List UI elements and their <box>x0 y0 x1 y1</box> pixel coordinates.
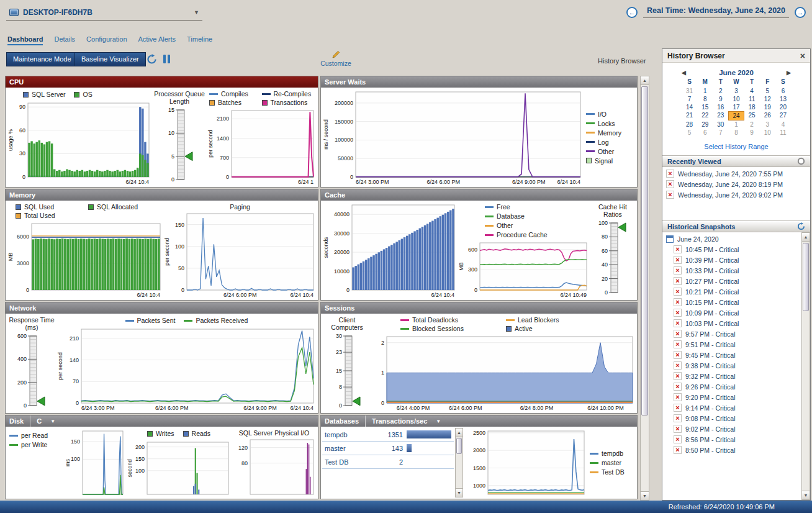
delete-icon[interactable]: × <box>674 319 682 327</box>
snapshot-item[interactable]: ×10:21 PM - Critical <box>674 286 800 297</box>
snapshot-item[interactable]: ×9:51 PM - Critical <box>674 339 800 350</box>
delete-icon[interactable]: × <box>674 340 682 348</box>
calendar-day[interactable]: 22 <box>697 111 713 120</box>
snapshots-scrollbar[interactable]: ▲ ▼ <box>801 232 810 500</box>
calendar-day[interactable]: 10 <box>728 95 744 103</box>
snapshot-item[interactable]: ×10:09 PM - Critical <box>674 307 800 318</box>
scroll-up-button[interactable]: ▲ <box>802 233 810 242</box>
snapshot-item[interactable]: ×9:32 PM - Critical <box>674 371 800 381</box>
snapshot-item[interactable]: ×9:45 PM - Critical <box>674 350 800 360</box>
delete-icon[interactable]: × <box>674 383 682 391</box>
databases-metric-dropdown[interactable]: Transactions/sec▼ <box>365 415 441 427</box>
scroll-thumb[interactable] <box>641 86 648 415</box>
delete-icon[interactable]: × <box>674 330 682 338</box>
baseline-visualizer-button[interactable]: Baseline Visualizer <box>74 52 146 66</box>
delete-icon[interactable]: × <box>674 425 682 433</box>
delete-icon[interactable]: × <box>674 266 682 275</box>
scroll-thumb[interactable] <box>456 438 462 454</box>
calendar-day[interactable]: 10 <box>760 129 775 137</box>
delete-icon[interactable]: × <box>674 309 682 317</box>
calendar-day[interactable]: 16 <box>713 103 728 111</box>
maintenance-mode-button[interactable]: Maintenance Mode <box>6 52 78 66</box>
database-row[interactable]: master143 <box>322 442 454 455</box>
database-row[interactable]: Test DB2 <box>322 455 454 469</box>
tab-timeline[interactable]: Timeline <box>187 35 212 45</box>
pause-icon[interactable] <box>163 54 170 63</box>
calendar-prev-button[interactable]: ◀ <box>682 70 686 76</box>
calendar-day[interactable]: 17 <box>728 103 744 111</box>
scroll-up-button[interactable]: ▲ <box>456 429 462 437</box>
calendar-day[interactable]: 4 <box>744 87 760 95</box>
calendar-day[interactable]: 3 <box>728 87 744 95</box>
delete-icon[interactable]: × <box>674 245 682 253</box>
snapshot-item[interactable]: ×10:03 PM - Critical <box>674 318 800 329</box>
calendar-day[interactable]: 23 <box>713 111 728 120</box>
calendar-day[interactable]: 21 <box>682 111 697 120</box>
close-icon[interactable]: × <box>800 52 805 60</box>
delete-icon[interactable]: × <box>666 180 674 188</box>
calendar-day[interactable]: 8 <box>728 129 744 137</box>
delete-icon[interactable]: × <box>674 372 682 380</box>
snapshot-item[interactable]: ×10:45 PM - Critical <box>674 244 800 255</box>
calendar-day[interactable]: 8 <box>697 95 713 103</box>
calendar-day[interactable]: 19 <box>760 103 775 111</box>
calendar-day[interactable]: 5 <box>682 129 697 137</box>
scroll-down-button[interactable]: ▼ <box>456 488 462 497</box>
scroll-thumb[interactable] <box>803 243 809 311</box>
calendar-day[interactable]: 24 <box>728 111 744 120</box>
server-selector[interactable]: DESKTOP-IF6DH7B ▼ <box>6 5 202 21</box>
delete-icon[interactable]: × <box>674 361 682 370</box>
delete-icon[interactable]: × <box>674 393 682 401</box>
history-browser-button[interactable]: History Browser <box>598 57 646 65</box>
snapshot-item[interactable]: ×8:56 PM - Critical <box>674 434 800 445</box>
database-row[interactable]: tempdb1351 <box>322 428 454 442</box>
recent-item[interactable]: ×Wednesday, June 24, 2020 7:55 PM <box>662 168 810 179</box>
delete-icon[interactable]: × <box>674 277 682 285</box>
calendar-day[interactable]: 27 <box>775 111 791 120</box>
calendar-day[interactable]: 2 <box>713 87 728 95</box>
snapshot-item[interactable]: ×9:02 PM - Critical <box>674 424 800 434</box>
tab-dashboard[interactable]: Dashboard <box>7 35 43 45</box>
delete-icon[interactable]: × <box>666 191 674 199</box>
calendar-day[interactable]: 9 <box>744 129 760 137</box>
snapshot-item[interactable]: ×10:33 PM - Critical <box>674 265 800 276</box>
calendar-day[interactable]: 11 <box>775 129 791 137</box>
delete-icon[interactable]: × <box>674 288 682 296</box>
calendar-day[interactable]: 18 <box>744 103 760 111</box>
select-history-range-link[interactable]: Select History Range <box>662 138 810 155</box>
snapshot-item[interactable]: ×9:08 PM - Critical <box>674 413 800 424</box>
scroll-down-button[interactable]: ▼ <box>641 491 649 500</box>
snapshot-item[interactable]: ×10:27 PM - Critical <box>674 276 800 286</box>
snapshot-item[interactable]: ×10:15 PM - Critical <box>674 297 800 307</box>
delete-icon[interactable]: × <box>674 414 682 422</box>
calendar-day[interactable]: 25 <box>744 111 760 120</box>
snapshot-item[interactable]: ×9:20 PM - Critical <box>674 392 800 402</box>
snapshot-item[interactable]: ×8:50 PM - Critical <box>674 445 800 455</box>
calendar-day[interactable]: 6 <box>697 129 713 137</box>
snapshot-item[interactable]: ×9:14 PM - Critical <box>674 402 800 413</box>
disk-drive-dropdown[interactable]: C▼ <box>30 415 55 427</box>
calendar-day[interactable]: 1 <box>728 120 744 129</box>
scroll-up-button[interactable]: ▲ <box>641 76 649 85</box>
refresh-icon[interactable] <box>147 54 157 65</box>
delete-icon[interactable]: × <box>674 351 682 359</box>
main-scrollbar[interactable]: ▲ ▼ <box>640 76 649 501</box>
calendar-day[interactable]: 4 <box>775 120 791 129</box>
calendar-day[interactable]: 30 <box>713 120 728 129</box>
calendar-day[interactable]: 15 <box>697 103 713 111</box>
delete-icon[interactable]: × <box>674 446 682 454</box>
recent-item[interactable]: ×Wednesday, June 24, 2020 9:02 PM <box>662 189 810 200</box>
calendar-day[interactable]: 28 <box>682 120 697 129</box>
calendar-day[interactable]: 6 <box>775 87 791 95</box>
calendar-day[interactable]: 20 <box>775 103 791 111</box>
calendar-day[interactable]: 3 <box>760 120 775 129</box>
calendar-day[interactable]: 12 <box>760 95 775 103</box>
scroll-down-button[interactable]: ▼ <box>802 491 810 499</box>
calendar-day[interactable]: 26 <box>760 111 775 120</box>
delete-icon[interactable]: × <box>674 256 682 264</box>
calendar-day[interactable]: 7 <box>713 129 728 137</box>
calendar-day[interactable]: 1 <box>697 87 713 95</box>
calendar-day[interactable]: 9 <box>713 95 728 103</box>
calendar-day[interactable]: 2 <box>744 120 760 129</box>
calendar-day[interactable]: 7 <box>682 95 697 103</box>
